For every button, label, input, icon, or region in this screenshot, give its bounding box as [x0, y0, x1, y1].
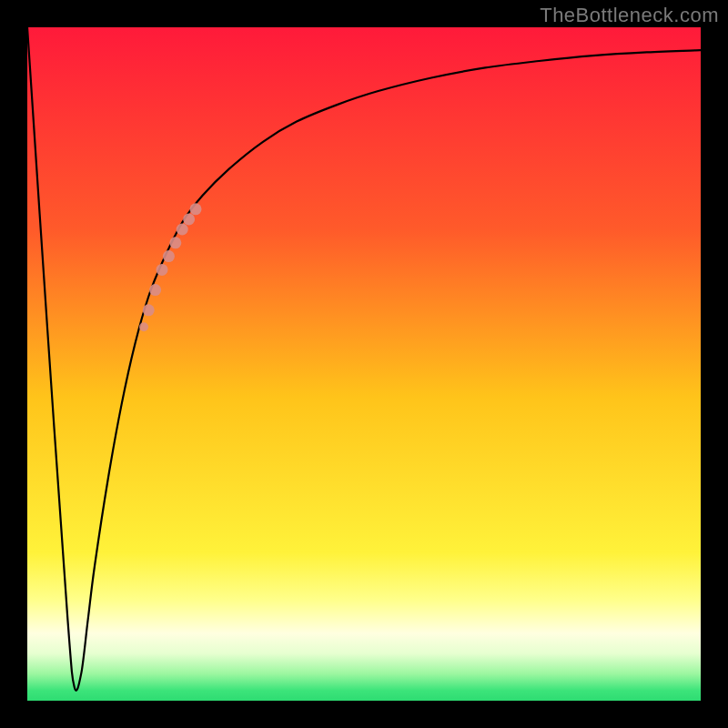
background-gradient [27, 27, 701, 701]
attribution-label: TheBottleneck.com [540, 4, 719, 27]
chart-container: TheBottleneck.com [0, 0, 728, 728]
plot-area [27, 27, 701, 701]
svg-rect-0 [27, 27, 701, 701]
